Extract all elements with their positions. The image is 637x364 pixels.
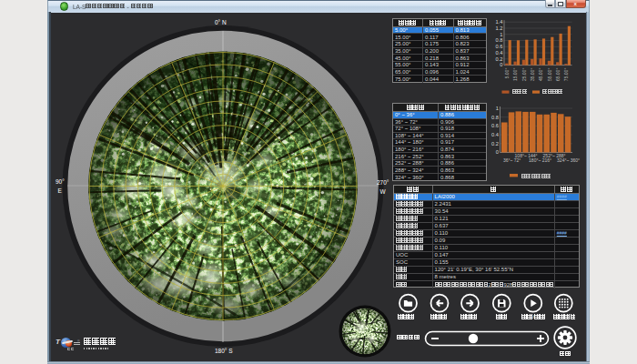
- svg-text:0: 0: [496, 149, 499, 155]
- svg-text:0: 0: [500, 62, 502, 67]
- svg-text:324°~ 360°: 324°~ 360°: [557, 157, 580, 163]
- svg-text:0.4: 0.4: [496, 50, 503, 56]
- svg-text:0.8: 0.8: [496, 37, 503, 43]
- svg-text:0.6: 0.6: [496, 44, 503, 49]
- svg-text:1: 1: [500, 32, 502, 37]
- svg-text:1.2: 1.2: [496, 25, 503, 31]
- svg-text:25.00°: 25.00°: [521, 68, 527, 82]
- svg-text:1: 1: [496, 106, 499, 111]
- svg-text:180°~ 216°: 180°~ 216°: [529, 157, 551, 163]
- svg-text:36°~ 72°: 36°~ 72°: [503, 157, 521, 163]
- svg-text:1.4: 1.4: [496, 19, 503, 25]
- svg-text:0.6: 0.6: [491, 123, 499, 128]
- svg-text:65.00°: 65.00°: [555, 68, 561, 82]
- svg-text:0.8: 0.8: [491, 115, 499, 120]
- svg-text:45.00°: 45.00°: [539, 68, 544, 82]
- svg-text:0.2: 0.2: [496, 56, 503, 62]
- svg-text:35.00°: 35.00°: [530, 68, 535, 82]
- svg-text:15.00°: 15.00°: [513, 68, 519, 82]
- svg-text:5.00°: 5.00°: [504, 68, 510, 79]
- svg-text:75.00°: 75.00°: [563, 68, 569, 82]
- svg-text:55.00°: 55.00°: [547, 68, 552, 82]
- svg-text:0.2: 0.2: [491, 141, 499, 147]
- svg-text:0.4: 0.4: [491, 132, 499, 137]
